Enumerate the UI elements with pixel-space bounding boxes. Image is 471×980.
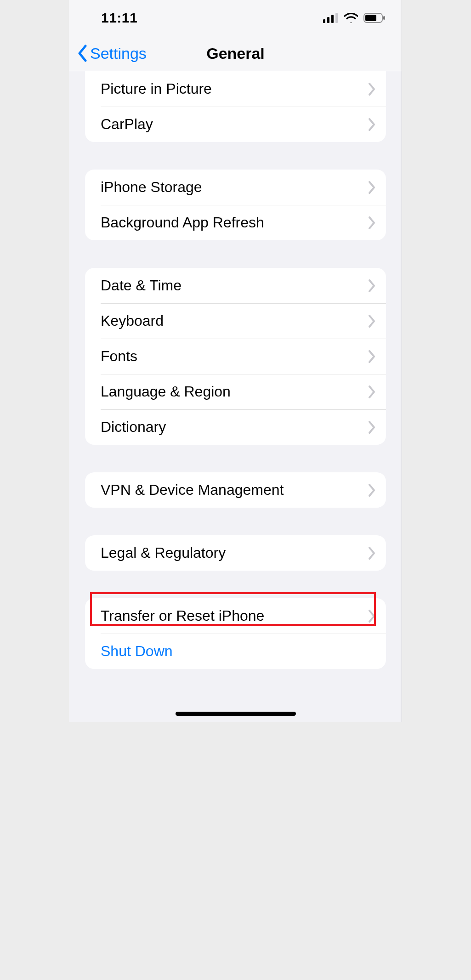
row-label: Language & Region xyxy=(101,383,368,400)
svg-rect-1 xyxy=(327,17,329,23)
status-time: 11:11 xyxy=(101,10,137,26)
cellular-icon xyxy=(323,13,339,23)
settings-group: Date & Time Keyboard Fonts Language & Re… xyxy=(85,268,386,445)
row-label: Date & Time xyxy=(101,277,368,294)
row-label: CarPlay xyxy=(101,116,368,133)
chevron-right-icon xyxy=(368,216,376,230)
settings-content: Picture in Picture CarPlay iPhone Storag… xyxy=(69,71,402,687)
home-indicator[interactable] xyxy=(176,712,296,716)
settings-group: Transfer or Reset iPhone Shut Down xyxy=(85,598,386,669)
row-keyboard[interactable]: Keyboard xyxy=(85,303,386,339)
settings-group: VPN & Device Management xyxy=(85,472,386,508)
status-bar: 11:11 xyxy=(69,0,402,36)
row-label: Background App Refresh xyxy=(101,214,368,231)
row-background-app-refresh[interactable]: Background App Refresh xyxy=(85,205,386,240)
row-label: Transfer or Reset iPhone xyxy=(101,607,368,624)
row-legal-regulatory[interactable]: Legal & Regulatory xyxy=(85,535,386,571)
svg-rect-0 xyxy=(323,19,325,23)
back-label: Settings xyxy=(90,45,147,62)
phone-frame: 11:11 xyxy=(69,0,402,722)
chevron-right-icon xyxy=(368,118,376,131)
scroll-gutter xyxy=(401,0,402,722)
row-label: Dictionary xyxy=(101,419,368,436)
row-label: Legal & Regulatory xyxy=(101,544,368,561)
chevron-right-icon xyxy=(368,279,376,293)
chevron-right-icon xyxy=(368,483,376,497)
chevron-right-icon xyxy=(368,420,376,434)
back-button[interactable]: Settings xyxy=(77,45,147,62)
chevron-left-icon xyxy=(77,45,88,62)
row-label: Fonts xyxy=(101,348,368,365)
svg-rect-6 xyxy=(383,16,385,20)
svg-rect-2 xyxy=(331,15,334,23)
row-language-region[interactable]: Language & Region xyxy=(85,374,386,409)
svg-rect-3 xyxy=(335,13,338,23)
row-label: Keyboard xyxy=(101,312,368,329)
row-shut-down[interactable]: Shut Down xyxy=(85,634,386,669)
status-icons xyxy=(323,13,386,23)
chevron-right-icon xyxy=(368,385,376,399)
chevron-right-icon xyxy=(368,82,376,96)
settings-group: Legal & Regulatory xyxy=(85,535,386,571)
row-iphone-storage[interactable]: iPhone Storage xyxy=(85,170,386,205)
chevron-right-icon xyxy=(368,181,376,194)
row-picture-in-picture[interactable]: Picture in Picture xyxy=(85,71,386,107)
chevron-right-icon xyxy=(368,609,376,623)
chevron-right-icon xyxy=(368,546,376,560)
row-fonts[interactable]: Fonts xyxy=(85,339,386,374)
settings-group: iPhone Storage Background App Refresh xyxy=(85,170,386,240)
battery-icon xyxy=(363,13,386,23)
svg-rect-5 xyxy=(365,15,376,21)
row-label: VPN & Device Management xyxy=(101,482,368,498)
nav-bar: Settings General xyxy=(69,36,402,71)
row-date-time[interactable]: Date & Time xyxy=(85,268,386,303)
row-transfer-reset[interactable]: Transfer or Reset iPhone xyxy=(85,598,386,634)
row-label: iPhone Storage xyxy=(101,179,368,196)
settings-group: Picture in Picture CarPlay xyxy=(85,71,386,142)
chevron-right-icon xyxy=(368,350,376,363)
row-dictionary[interactable]: Dictionary xyxy=(85,409,386,445)
wifi-icon xyxy=(344,13,358,23)
page-title: General xyxy=(206,45,265,62)
chevron-right-icon xyxy=(368,314,376,328)
row-label: Picture in Picture xyxy=(101,80,368,97)
row-vpn-device-management[interactable]: VPN & Device Management xyxy=(85,472,386,508)
row-label: Shut Down xyxy=(101,643,376,660)
row-carplay[interactable]: CarPlay xyxy=(85,107,386,142)
